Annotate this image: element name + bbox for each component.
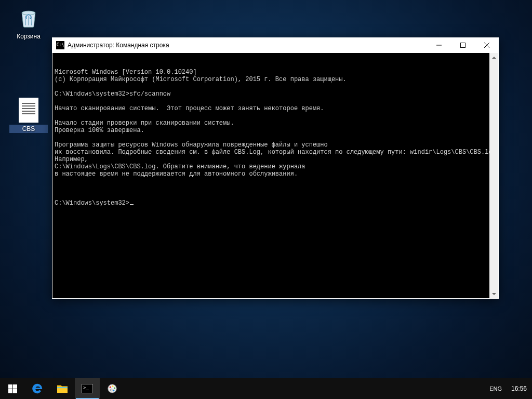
svg-point-11 bbox=[110, 387, 111, 388]
cbs-file-icon[interactable]: CBS bbox=[9, 98, 48, 133]
language-indicator[interactable]: ENG bbox=[485, 378, 506, 399]
cmd-line: Например, bbox=[55, 156, 496, 163]
cmd-app-icon: C:\ bbox=[56, 41, 64, 49]
cmd-body[interactable]: Microsoft Windows [Version 10.0.10240](c… bbox=[52, 53, 499, 299]
minimize-button[interactable] bbox=[427, 37, 451, 53]
svg-rect-5 bbox=[8, 384, 12, 389]
cmd-line: Microsoft Windows [Version 10.0.10240] bbox=[55, 69, 496, 76]
cmd-line: Программа защиты ресурсов Windows обнару… bbox=[55, 141, 496, 149]
cursor bbox=[130, 204, 134, 205]
tray-volume-icon[interactable] bbox=[473, 378, 479, 399]
cmd-output: Microsoft Windows [Version 10.0.10240](c… bbox=[55, 69, 496, 185]
cmd-line: (c) Корпорация Майкрософт (Microsoft Cor… bbox=[55, 76, 496, 83]
clock[interactable]: 16:56 bbox=[506, 378, 532, 399]
tray-action-center-icon[interactable] bbox=[479, 378, 485, 399]
system-tray: ENG 16:56 bbox=[460, 378, 532, 399]
cmd-line bbox=[55, 83, 496, 90]
cbs-file-label: CBS bbox=[9, 125, 48, 133]
cmd-taskbar-button[interactable]: >_ bbox=[75, 378, 100, 399]
svg-rect-2 bbox=[461, 43, 466, 48]
scrollbar[interactable] bbox=[489, 53, 498, 298]
taskbar: >_ ENG 16:56 bbox=[0, 378, 532, 399]
close-button[interactable] bbox=[475, 37, 499, 53]
edge-taskbar-button[interactable] bbox=[25, 378, 50, 399]
svg-rect-7 bbox=[8, 389, 12, 393]
start-button[interactable] bbox=[0, 378, 25, 399]
recycle-bin-icon[interactable]: Корзина bbox=[9, 5, 48, 41]
svg-point-0 bbox=[22, 11, 35, 15]
svg-point-12 bbox=[112, 385, 113, 387]
cmd-line: их восстановила. Подробные сведения см. … bbox=[55, 149, 496, 156]
cmd-line bbox=[55, 112, 496, 119]
file-explorer-taskbar-button[interactable] bbox=[50, 378, 75, 399]
cmd-line: Начато сканирование системы. Этот процес… bbox=[55, 105, 496, 112]
svg-point-13 bbox=[114, 387, 115, 389]
svg-rect-8 bbox=[13, 389, 17, 393]
paint-taskbar-button[interactable] bbox=[100, 378, 125, 399]
cmd-line: в настоящее время не поддерживается для … bbox=[55, 170, 496, 178]
cmd-line: Начало стадии проверки при сканировании … bbox=[55, 119, 496, 127]
cmd-line: C:\Windows\Logs\CBS\CBS.log. Обратите вн… bbox=[55, 163, 496, 170]
cmd-line: Проверка 100% завершена. bbox=[55, 127, 496, 134]
cmd-line bbox=[55, 98, 496, 105]
scroll-down-button[interactable] bbox=[489, 289, 498, 298]
trash-icon bbox=[16, 5, 41, 30]
recycle-bin-label: Корзина bbox=[9, 32, 48, 41]
cmd-taskbar-icon: >_ bbox=[82, 384, 93, 393]
cmd-line: C:\Windows\system32>sfc/scannow bbox=[55, 90, 496, 98]
cmd-line bbox=[55, 134, 496, 141]
window-title: Администратор: Командная строка bbox=[68, 42, 427, 49]
cmd-window[interactable]: C:\ Администратор: Командная строка Micr… bbox=[52, 37, 499, 299]
titlebar[interactable]: C:\ Администратор: Командная строка bbox=[52, 37, 499, 53]
cmd-prompt: C:\Windows\system32> bbox=[55, 200, 129, 207]
svg-rect-6 bbox=[13, 384, 17, 389]
maximize-button[interactable] bbox=[451, 37, 475, 53]
svg-point-14 bbox=[113, 390, 114, 391]
tray-vbox-icon[interactable] bbox=[460, 378, 467, 399]
svg-point-15 bbox=[110, 389, 112, 391]
tray-network-icon[interactable] bbox=[467, 378, 473, 399]
svg-rect-9 bbox=[57, 387, 68, 388]
text-file-icon bbox=[19, 98, 38, 123]
scroll-up-button[interactable] bbox=[489, 53, 498, 62]
cmd-line bbox=[55, 178, 496, 185]
